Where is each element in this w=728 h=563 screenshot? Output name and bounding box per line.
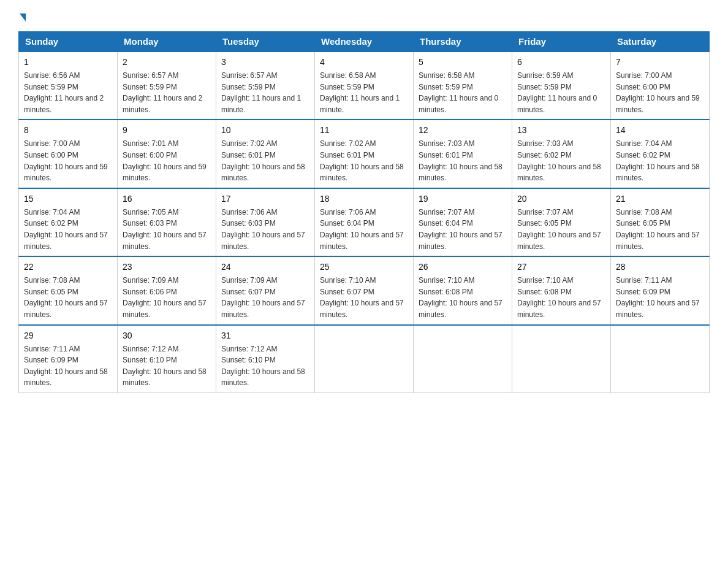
calendar-cell: 25Sunrise: 7:10 AMSunset: 6:07 PMDayligh… <box>315 256 414 324</box>
day-number: 31 <box>221 329 309 342</box>
day-info: Sunrise: 7:08 AMSunset: 6:05 PMDaylight:… <box>24 275 112 320</box>
calendar-cell: 12Sunrise: 7:03 AMSunset: 6:01 PMDayligh… <box>414 120 512 188</box>
day-number: 29 <box>24 329 112 342</box>
calendar-cell: 28Sunrise: 7:11 AMSunset: 6:09 PMDayligh… <box>611 256 710 324</box>
day-number: 27 <box>517 261 605 274</box>
day-number: 13 <box>517 124 605 137</box>
calendar-cell: 8Sunrise: 7:00 AMSunset: 6:00 PMDaylight… <box>19 120 118 188</box>
calendar-cell: 18Sunrise: 7:06 AMSunset: 6:04 PMDayligh… <box>315 188 414 256</box>
day-number: 1 <box>24 56 112 69</box>
day-info: Sunrise: 7:00 AMSunset: 6:00 PMDaylight:… <box>24 138 112 183</box>
day-info: Sunrise: 7:12 AMSunset: 6:10 PMDaylight:… <box>221 343 309 389</box>
day-number: 28 <box>616 261 704 274</box>
calendar-cell: 7Sunrise: 7:00 AMSunset: 6:00 PMDaylight… <box>611 52 710 120</box>
day-info: Sunrise: 7:08 AMSunset: 6:05 PMDaylight:… <box>616 207 704 252</box>
calendar-cell: 2Sunrise: 6:57 AMSunset: 5:59 PMDaylight… <box>118 52 216 120</box>
day-number: 30 <box>123 329 211 342</box>
day-number: 21 <box>616 193 704 205</box>
day-info: Sunrise: 6:56 AMSunset: 5:59 PMDaylight:… <box>24 70 112 115</box>
weekday-header-wednesday: Wednesday <box>315 32 414 52</box>
calendar-cell: 4Sunrise: 6:58 AMSunset: 5:59 PMDaylight… <box>315 52 414 120</box>
weekday-header-friday: Friday <box>512 32 611 52</box>
day-number: 6 <box>517 56 605 69</box>
weekday-header-thursday: Thursday <box>414 32 512 52</box>
day-info: Sunrise: 7:07 AMSunset: 6:04 PMDaylight:… <box>419 207 507 252</box>
calendar-cell <box>611 325 710 393</box>
day-info: Sunrise: 6:58 AMSunset: 5:59 PMDaylight:… <box>320 70 408 115</box>
calendar-cell: 20Sunrise: 7:07 AMSunset: 6:05 PMDayligh… <box>512 188 611 256</box>
day-info: Sunrise: 7:05 AMSunset: 6:03 PMDaylight:… <box>123 207 211 252</box>
day-number: 3 <box>221 56 309 69</box>
day-info: Sunrise: 7:04 AMSunset: 6:02 PMDaylight:… <box>24 207 112 252</box>
calendar-cell: 13Sunrise: 7:03 AMSunset: 6:02 PMDayligh… <box>512 120 611 188</box>
day-number: 5 <box>419 56 507 69</box>
logo-arrow-icon <box>20 13 26 21</box>
day-number: 26 <box>419 261 507 274</box>
calendar-week-row: 29Sunrise: 7:11 AMSunset: 6:09 PMDayligh… <box>19 325 710 393</box>
day-number: 17 <box>221 193 309 205</box>
calendar-cell: 23Sunrise: 7:09 AMSunset: 6:06 PMDayligh… <box>118 256 216 324</box>
day-number: 20 <box>517 193 605 205</box>
day-number: 16 <box>123 193 211 205</box>
calendar-cell: 5Sunrise: 6:58 AMSunset: 5:59 PMDaylight… <box>414 52 512 120</box>
day-info: Sunrise: 6:57 AMSunset: 5:59 PMDaylight:… <box>123 70 211 115</box>
logo <box>18 12 27 20</box>
day-info: Sunrise: 7:10 AMSunset: 6:07 PMDaylight:… <box>320 275 408 320</box>
day-info: Sunrise: 7:00 AMSunset: 6:00 PMDaylight:… <box>616 70 704 115</box>
calendar-cell: 29Sunrise: 7:11 AMSunset: 6:09 PMDayligh… <box>19 325 118 393</box>
day-info: Sunrise: 7:11 AMSunset: 6:09 PMDaylight:… <box>24 343 112 389</box>
calendar-cell: 26Sunrise: 7:10 AMSunset: 6:08 PMDayligh… <box>414 256 512 324</box>
calendar-cell: 21Sunrise: 7:08 AMSunset: 6:05 PMDayligh… <box>611 188 710 256</box>
weekday-header-saturday: Saturday <box>611 32 710 52</box>
day-number: 15 <box>24 193 112 205</box>
weekday-header-sunday: Sunday <box>19 32 118 52</box>
day-info: Sunrise: 7:06 AMSunset: 6:04 PMDaylight:… <box>320 207 408 252</box>
day-info: Sunrise: 7:12 AMSunset: 6:10 PMDaylight:… <box>123 343 211 389</box>
day-info: Sunrise: 7:07 AMSunset: 6:05 PMDaylight:… <box>517 207 605 252</box>
day-number: 2 <box>123 56 211 69</box>
day-info: Sunrise: 7:11 AMSunset: 6:09 PMDaylight:… <box>616 275 704 320</box>
day-info: Sunrise: 6:58 AMSunset: 5:59 PMDaylight:… <box>419 70 507 115</box>
calendar-cell: 3Sunrise: 6:57 AMSunset: 5:59 PMDaylight… <box>216 52 315 120</box>
calendar-cell: 19Sunrise: 7:07 AMSunset: 6:04 PMDayligh… <box>414 188 512 256</box>
calendar-cell: 31Sunrise: 7:12 AMSunset: 6:10 PMDayligh… <box>216 325 315 393</box>
calendar-cell: 14Sunrise: 7:04 AMSunset: 6:02 PMDayligh… <box>611 120 710 188</box>
day-info: Sunrise: 7:10 AMSunset: 6:08 PMDaylight:… <box>517 275 605 320</box>
page-header <box>18 12 710 20</box>
day-info: Sunrise: 7:03 AMSunset: 6:01 PMDaylight:… <box>419 138 507 183</box>
calendar-cell <box>414 325 512 393</box>
day-number: 8 <box>24 124 112 137</box>
calendar-cell: 24Sunrise: 7:09 AMSunset: 6:07 PMDayligh… <box>216 256 315 324</box>
day-number: 4 <box>320 56 408 69</box>
calendar-cell: 9Sunrise: 7:01 AMSunset: 6:00 PMDaylight… <box>118 120 216 188</box>
day-info: Sunrise: 6:57 AMSunset: 5:59 PMDaylight:… <box>221 70 309 115</box>
day-info: Sunrise: 7:10 AMSunset: 6:08 PMDaylight:… <box>419 275 507 320</box>
day-info: Sunrise: 7:04 AMSunset: 6:02 PMDaylight:… <box>616 138 704 183</box>
day-info: Sunrise: 7:09 AMSunset: 6:06 PMDaylight:… <box>123 275 211 320</box>
day-info: Sunrise: 6:59 AMSunset: 5:59 PMDaylight:… <box>517 70 605 115</box>
weekday-header-tuesday: Tuesday <box>216 32 315 52</box>
day-number: 23 <box>123 261 211 274</box>
calendar-cell: 16Sunrise: 7:05 AMSunset: 6:03 PMDayligh… <box>118 188 216 256</box>
calendar-cell: 27Sunrise: 7:10 AMSunset: 6:08 PMDayligh… <box>512 256 611 324</box>
calendar-cell: 10Sunrise: 7:02 AMSunset: 6:01 PMDayligh… <box>216 120 315 188</box>
calendar-cell: 11Sunrise: 7:02 AMSunset: 6:01 PMDayligh… <box>315 120 414 188</box>
calendar-cell: 22Sunrise: 7:08 AMSunset: 6:05 PMDayligh… <box>19 256 118 324</box>
day-number: 9 <box>123 124 211 137</box>
day-number: 19 <box>419 193 507 205</box>
calendar-cell: 17Sunrise: 7:06 AMSunset: 6:03 PMDayligh… <box>216 188 315 256</box>
calendar-cell <box>512 325 611 393</box>
calendar-cell: 15Sunrise: 7:04 AMSunset: 6:02 PMDayligh… <box>19 188 118 256</box>
day-number: 11 <box>320 124 408 137</box>
day-info: Sunrise: 7:02 AMSunset: 6:01 PMDaylight:… <box>221 138 309 183</box>
day-info: Sunrise: 7:09 AMSunset: 6:07 PMDaylight:… <box>221 275 309 320</box>
day-info: Sunrise: 7:01 AMSunset: 6:00 PMDaylight:… <box>123 138 211 183</box>
calendar-week-row: 15Sunrise: 7:04 AMSunset: 6:02 PMDayligh… <box>19 188 710 256</box>
day-number: 22 <box>24 261 112 274</box>
day-number: 24 <box>221 261 309 274</box>
calendar-cell: 6Sunrise: 6:59 AMSunset: 5:59 PMDaylight… <box>512 52 611 120</box>
day-number: 14 <box>616 124 704 137</box>
calendar-week-row: 8Sunrise: 7:00 AMSunset: 6:00 PMDaylight… <box>19 120 710 188</box>
calendar-week-row: 1Sunrise: 6:56 AMSunset: 5:59 PMDaylight… <box>19 52 710 120</box>
calendar-cell: 1Sunrise: 6:56 AMSunset: 5:59 PMDaylight… <box>19 52 118 120</box>
